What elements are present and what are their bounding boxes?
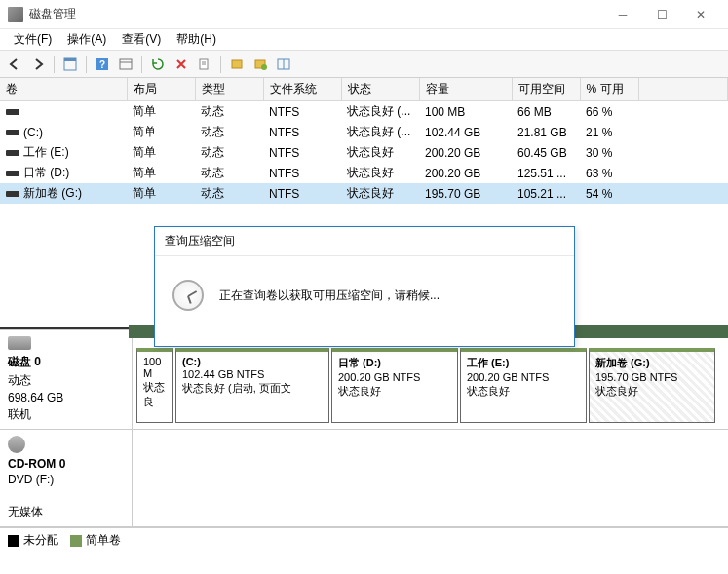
partition[interactable]: 新加卷 (G:)195.70 GB NTFS状态良好 <box>589 348 715 423</box>
disk-0-size: 698.64 GB <box>8 391 124 404</box>
disk-icon <box>8 336 31 350</box>
toolbar: ? <box>0 51 728 78</box>
table-row[interactable]: (C:)简单动态NTFS状态良好 (...102.44 GB21.81 GB21… <box>0 122 728 142</box>
svg-rect-1 <box>64 58 76 61</box>
disk-0-type: 动态 <box>8 372 124 389</box>
legend-unallocated: 未分配 <box>8 532 58 549</box>
title-bar: 磁盘管理 ─ ☐ ✕ <box>0 0 728 29</box>
minimize-button[interactable]: ─ <box>603 0 642 29</box>
table-row[interactable]: 新加卷 (G:)简单动态NTFS状态良好195.70 GB105.21 ...5… <box>0 183 728 204</box>
partition[interactable]: 日常 (D:)200.20 GB NTFS状态良好 <box>331 348 458 423</box>
cdrom-type: DVD (F:) <box>8 473 124 486</box>
cdrom-partitions <box>133 430 728 526</box>
back-button[interactable] <box>4 54 25 75</box>
toolbar-btn-3[interactable] <box>115 54 136 75</box>
legend: 未分配 简单卷 <box>0 527 728 553</box>
menu-action[interactable]: 操作(A) <box>59 29 114 50</box>
partition[interactable]: 工作 (E:)200.20 GB NTFS状态良好 <box>460 348 587 423</box>
shrink-query-dialog: 查询压缩空间 正在查询卷以获取可用压缩空间，请稍候... <box>154 226 575 347</box>
clock-icon <box>172 280 204 311</box>
cdrom-state: 无媒体 <box>8 504 124 520</box>
col-layout[interactable]: 布局 <box>127 78 195 101</box>
forward-button[interactable] <box>27 54 49 75</box>
col-capacity[interactable]: 容量 <box>419 78 512 101</box>
disk-row-cdrom: CD-ROM 0 DVD (F:) 无媒体 <box>0 430 728 527</box>
disk-0-label[interactable]: 磁盘 0 动态 698.64 GB 联机 <box>0 330 133 429</box>
disk-0-name: 磁盘 0 <box>8 354 124 370</box>
toolbar-btn-9[interactable] <box>273 54 294 75</box>
window-title: 磁盘管理 <box>29 6 76 22</box>
col-fs[interactable]: 文件系统 <box>263 78 341 101</box>
toolbar-btn-1[interactable] <box>59 54 81 75</box>
menu-view[interactable]: 查看(V) <box>114 29 169 50</box>
svg-text:?: ? <box>99 59 105 70</box>
table-row[interactable]: 日常 (D:)简单动态NTFS状态良好200.20 GB125.51 ...63… <box>0 163 728 183</box>
refresh-icon[interactable] <box>147 54 169 75</box>
menu-help[interactable]: 帮助(H) <box>169 29 224 50</box>
table-row[interactable]: 简单动态NTFS状态良好 (...100 MB66 MB66 % <box>0 101 728 123</box>
volume-table: 卷 布局 类型 文件系统 状态 容量 可用空间 % 可用 简单动态NTFS状态良… <box>0 78 728 204</box>
col-free[interactable]: 可用空间 <box>512 78 580 101</box>
col-volume[interactable]: 卷 <box>0 78 127 101</box>
disk-0-state: 联机 <box>8 406 124 423</box>
cdrom-label[interactable]: CD-ROM 0 DVD (F:) 无媒体 <box>0 430 133 526</box>
table-row[interactable]: 工作 (E:)简单动态NTFS状态良好200.20 GB60.45 GB30 % <box>0 142 728 163</box>
menu-file[interactable]: 文件(F) <box>6 29 59 50</box>
maximize-button[interactable]: ☐ <box>642 0 681 29</box>
svg-rect-4 <box>120 59 132 69</box>
col-pct[interactable]: % 可用 <box>580 78 638 101</box>
delete-icon[interactable] <box>171 54 192 75</box>
close-button[interactable]: ✕ <box>681 0 720 29</box>
col-type[interactable]: 类型 <box>195 78 263 101</box>
dialog-message: 正在查询卷以获取可用压缩空间，请稍候... <box>219 287 440 304</box>
app-icon <box>8 7 23 22</box>
toolbar-btn-8[interactable] <box>249 54 271 75</box>
cdrom-icon <box>8 436 25 453</box>
col-status[interactable]: 状态 <box>341 78 419 101</box>
svg-rect-9 <box>232 60 242 68</box>
partition[interactable]: (C:)102.44 GB NTFS状态良好 (启动, 页面文 <box>175 348 329 423</box>
partition[interactable]: 100 M状态良 <box>136 348 173 423</box>
help-icon[interactable]: ? <box>92 54 113 75</box>
disk-map: 磁盘 0 动态 698.64 GB 联机 100 M状态良(C:)102.44 … <box>0 329 728 527</box>
toolbar-btn-7[interactable] <box>226 54 248 75</box>
svg-point-11 <box>261 64 267 70</box>
properties-icon[interactable] <box>194 54 215 75</box>
cdrom-name: CD-ROM 0 <box>8 457 124 471</box>
menu-bar: 文件(F) 操作(A) 查看(V) 帮助(H) <box>0 29 728 51</box>
dialog-title: 查询压缩空间 <box>155 227 574 256</box>
legend-simple: 简单卷 <box>70 532 121 549</box>
